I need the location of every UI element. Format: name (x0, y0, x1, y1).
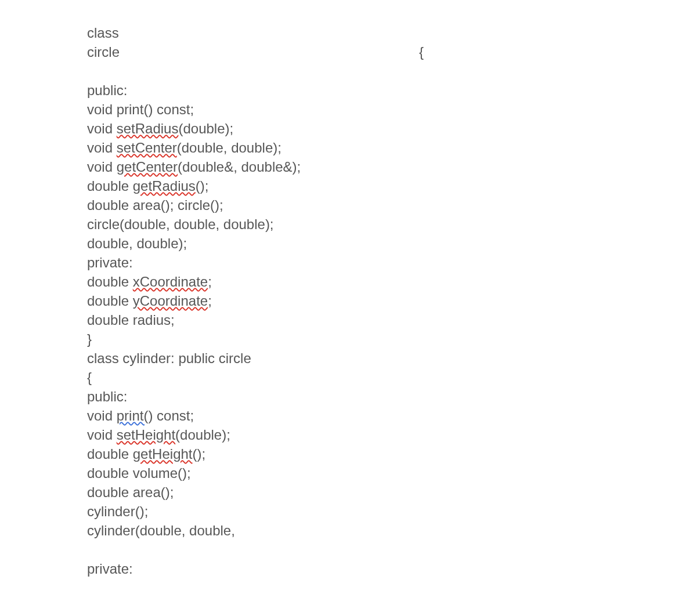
code-line: double area(); circle(); (87, 195, 609, 215)
code-line: void setRadius(double); (87, 119, 609, 138)
code-line: circle(double, double, double); (87, 215, 609, 234)
code-text: circle (87, 42, 120, 61)
code-text: ) const; (148, 408, 194, 423)
code-text: (); (196, 178, 209, 194)
code-line: void setCenter(double, double); (87, 138, 609, 157)
spellcheck-word: getRadius (133, 178, 196, 194)
code-line: cylinder(double, double, (87, 521, 609, 540)
blank-line (87, 61, 609, 81)
code-line: void print() const; (87, 100, 609, 119)
code-text: (double); (175, 427, 230, 443)
code-line: double radius; (87, 310, 609, 329)
code-line: public: (87, 387, 609, 406)
code-line: double area(); (87, 483, 609, 502)
code-line: double volume(); (87, 463, 609, 483)
spellcheck-word: xCoordinate (133, 274, 208, 289)
code-line: double getRadius(); (87, 176, 609, 195)
blank-line (87, 540, 609, 559)
grammar-word: print( (117, 408, 149, 423)
document-page: class circle { public: void print() cons… (0, 0, 609, 578)
code-line: class (87, 23, 609, 42)
code-text: void (87, 159, 117, 175)
code-text: (double, double); (177, 140, 281, 155)
spellcheck-word: yCoordinate (133, 293, 208, 309)
code-text: { (419, 42, 424, 61)
code-line: double yCoordinate; (87, 291, 609, 310)
code-text: ; (208, 293, 212, 309)
code-text: (double&, double&); (178, 159, 301, 175)
code-line: public: (87, 81, 609, 100)
code-line: void getCenter(double&, double&); (87, 157, 609, 176)
code-line: private: (87, 559, 609, 578)
code-line: double getHeight(); (87, 444, 609, 463)
code-line: double, double); (87, 234, 609, 253)
code-text: void (87, 408, 117, 423)
code-line: } (87, 329, 609, 349)
code-text: double (87, 293, 133, 309)
code-text: void (87, 121, 117, 136)
code-text: double (87, 446, 133, 462)
code-text: (double); (178, 121, 233, 136)
code-text: double (87, 178, 133, 194)
code-line: private: (87, 253, 609, 272)
code-line: double xCoordinate; (87, 272, 609, 291)
code-text: double (87, 274, 133, 289)
spellcheck-word: setCenter (117, 140, 177, 155)
code-text: void (87, 427, 117, 443)
code-line: class cylinder: public circle (87, 349, 609, 368)
code-line: void setHeight(double); (87, 425, 609, 444)
spellcheck-word: getHeight (133, 446, 193, 462)
code-line: cylinder(); (87, 502, 609, 521)
code-text: void (87, 140, 117, 155)
spellcheck-word: setHeight (117, 427, 175, 443)
code-text: (); (193, 446, 206, 462)
code-line: void print() const; (87, 406, 609, 425)
spellcheck-word: setRadius (117, 121, 179, 136)
code-line: { (87, 368, 609, 387)
code-text: ; (208, 274, 212, 289)
spellcheck-word: getCenter (117, 159, 178, 175)
code-line: circle { (87, 42, 424, 61)
